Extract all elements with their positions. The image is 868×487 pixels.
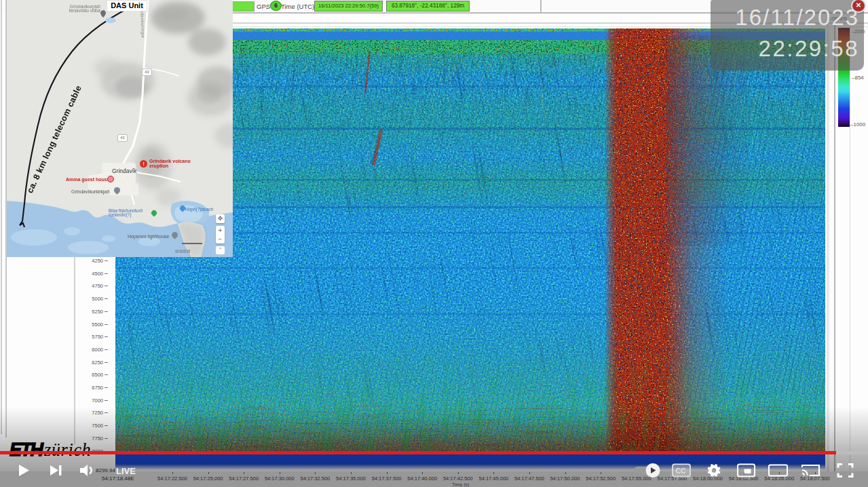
svg-text:CC: CC xyxy=(676,467,687,475)
svg-text:LIVE: LIVE xyxy=(116,466,136,476)
